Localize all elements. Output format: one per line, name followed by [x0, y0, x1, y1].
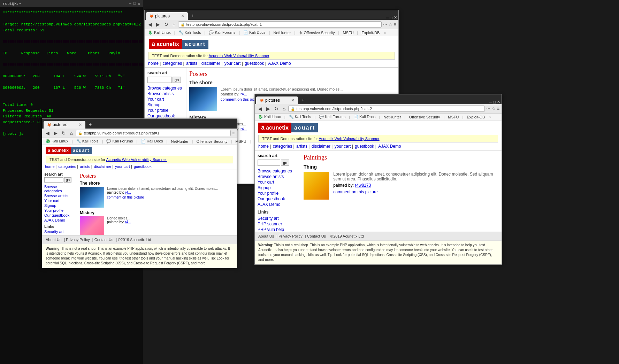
- forward-btn-1[interactable]: ▶: [155, 21, 161, 28]
- painter-link-2[interactable]: r4...: [125, 191, 131, 194]
- address-bar-2[interactable]: 🔒 testphp.vulnweb.com/listproducts.php?c…: [76, 130, 231, 136]
- bm-kali-linux-3[interactable]: 🐉 Kali Linux: [257, 114, 282, 119]
- back-btn-1[interactable]: ◀: [147, 21, 153, 28]
- home-btn-3[interactable]: ⌂: [281, 105, 287, 112]
- nav-categories-1[interactable]: categories: [163, 61, 185, 66]
- vuln-link-3[interactable]: Acunetix Web Vulnerability Scanner: [319, 137, 379, 141]
- star-btn-1[interactable]: ☆: [389, 22, 392, 27]
- nav2-disclaimer[interactable]: disclaimer: [94, 164, 115, 169]
- bookmark-kali-docs-1[interactable]: 📄 Kali Docs: [242, 30, 267, 35]
- nav-artists-1[interactable]: artists: [186, 61, 201, 66]
- bookmark-nethunter-1[interactable]: NetHunter: [272, 30, 292, 35]
- bm-offsec-2[interactable]: Offensive Security: [195, 139, 229, 144]
- nav2-guestbook[interactable]: guestbook: [134, 164, 152, 169]
- sidebar2-your-cart[interactable]: Your cart: [44, 199, 75, 203]
- bookmark-msfu-1[interactable]: MSFU: [341, 30, 355, 35]
- bm-kali-linux-2[interactable]: 🐉 Kali Linux: [44, 139, 70, 144]
- search-go-3[interactable]: go: [281, 160, 289, 166]
- bookmark-exploitdb-1[interactable]: Exploit-DB: [360, 30, 381, 35]
- terminal-minimize-btn[interactable]: ─: [129, 1, 131, 6]
- more-bookmarks-3[interactable]: »: [489, 115, 491, 119]
- sidebar3-guestbook[interactable]: Our guestbook: [258, 196, 297, 201]
- sidebar-browse-artists-1[interactable]: Browse artists: [147, 91, 183, 96]
- bookmark-kali-linux-1[interactable]: 🐉 Kali Linux: [147, 30, 172, 35]
- bm-exploitdb-3[interactable]: Exploit-DB: [465, 115, 486, 119]
- bookmark-offsec-1[interactable]: 🗡 Offensive Security: [297, 30, 336, 35]
- bm-msfu-3[interactable]: MSFU: [446, 115, 460, 119]
- bookmarks-btn-3[interactable]: ⋯: [486, 106, 490, 111]
- terminal-maximize-btn[interactable]: □: [133, 1, 136, 6]
- footer-about-3[interactable]: About Us: [258, 234, 274, 238]
- sidebar3-php-scanner[interactable]: PHP scanner: [258, 222, 297, 226]
- search-input-1[interactable]: [147, 77, 172, 83]
- nav-disclaimer-1[interactable]: disclaimer: [201, 61, 224, 66]
- painter-link-thing-3[interactable]: r4w8173: [355, 183, 371, 188]
- nav2-home[interactable]: home: [45, 164, 58, 169]
- menu-btn-2[interactable]: ≡: [232, 131, 235, 135]
- forward-btn-2[interactable]: ▶: [52, 130, 59, 137]
- painter-link-mistery-2[interactable]: r4...: [125, 220, 131, 224]
- sidebar-browse-categories-1[interactable]: Browse categories: [147, 86, 183, 91]
- win-close-3[interactable]: ✕: [497, 100, 500, 104]
- search-input-2[interactable]: [44, 177, 63, 183]
- bm-kali-docs-3[interactable]: 📄 Kali Docs: [352, 114, 377, 119]
- nav-guestbook-1[interactable]: guestbook: [245, 61, 267, 66]
- sidebar2-ajax-demo[interactable]: AJAX Demo: [44, 218, 75, 222]
- bm-kali-tools-3[interactable]: 🔧 Kali Tools: [288, 114, 313, 119]
- home-btn-1[interactable]: ⌂: [171, 21, 177, 28]
- sidebar3-your-cart[interactable]: Your cart: [258, 180, 297, 185]
- sidebar2-security-art[interactable]: Security art: [44, 230, 75, 234]
- sidebar3-signup[interactable]: Signup: [258, 185, 297, 190]
- painter-link-shore-1[interactable]: r4...: [240, 92, 247, 96]
- nav3-artists[interactable]: artists: [296, 144, 311, 149]
- sidebar-your-profile-1[interactable]: Your profile: [147, 108, 183, 113]
- sidebar-signup-1[interactable]: Signup: [147, 102, 183, 107]
- sidebar3-security-art[interactable]: Security art: [258, 216, 297, 221]
- sidebar3-php-vuln[interactable]: PHP vuln help: [258, 227, 297, 232]
- back-btn-3[interactable]: ◀: [257, 105, 263, 112]
- more-bookmarks-1[interactable]: »: [384, 31, 386, 35]
- win-close-1[interactable]: ✕: [394, 15, 397, 20]
- address-bar-1[interactable]: 🔒 testphp.vulnweb.com/listproducts.php?c…: [178, 21, 382, 28]
- win-max-1[interactable]: □: [390, 16, 392, 20]
- sidebar3-browse-categories[interactable]: Browse categories: [258, 169, 297, 173]
- sidebar3-profile[interactable]: Your profile: [258, 191, 297, 196]
- nav3-disclaimer[interactable]: disclaimer: [312, 144, 334, 149]
- footer-contact-2[interactable]: Contact Us: [94, 238, 113, 242]
- address-bar-3[interactable]: 🔒 testphp.vulnweb.com/listproducts.php?c…: [288, 106, 485, 112]
- footer-privacy-2[interactable]: Privacy Policy: [66, 238, 90, 242]
- reload-btn-1[interactable]: ↻: [163, 21, 170, 28]
- nav3-categories[interactable]: categories: [273, 144, 296, 149]
- nav2-artists[interactable]: artists: [80, 164, 93, 169]
- reload-btn-2[interactable]: ↻: [60, 130, 67, 137]
- bm-msfu-2[interactable]: MSFU: [234, 139, 247, 144]
- nav3-ajax-demo[interactable]: AJAX Demo: [378, 144, 401, 149]
- sidebar2-guestbook[interactable]: Our guestbook: [44, 213, 75, 217]
- browser-tab-2[interactable]: 🦊 pictures ✕: [44, 121, 85, 129]
- home-btn-2[interactable]: ⌂: [69, 130, 74, 137]
- win-max-3[interactable]: □: [493, 100, 496, 104]
- forward-btn-3[interactable]: ▶: [265, 105, 272, 112]
- bookmarks-btn-1[interactable]: ⋯: [383, 22, 387, 27]
- nav-home-1[interactable]: home: [148, 61, 162, 66]
- new-tab-btn-1[interactable]: +: [189, 11, 197, 20]
- search-go-2[interactable]: go: [64, 177, 71, 183]
- comment-link-2[interactable]: comment on this picture: [107, 195, 144, 199]
- bm-nethunter-3[interactable]: NetHunter: [382, 115, 402, 119]
- bm-kali-forums-2[interactable]: 💬 Kali Forums: [105, 139, 134, 144]
- terminal-close-btn[interactable]: ✕: [138, 1, 140, 6]
- star-btn-3[interactable]: ☆: [492, 106, 496, 111]
- browser-tab-3[interactable]: 🦊 pictures ✕: [256, 96, 298, 104]
- bm-kali-tools-2[interactable]: 🔧 Kali Tools: [75, 139, 100, 144]
- bm-kali-docs-2[interactable]: 📄 Kali Docs: [139, 139, 165, 144]
- nav3-guestbook[interactable]: guestbook: [355, 144, 377, 149]
- sidebar2-browse-artists[interactable]: Browse artists: [44, 194, 75, 198]
- comment-link-3[interactable]: comment on this picture: [333, 189, 377, 194]
- menu-btn-3[interactable]: ≡: [497, 106, 499, 111]
- footer-about-2[interactable]: About Us: [46, 238, 61, 242]
- sidebar-your-cart-1[interactable]: Your cart: [147, 97, 183, 102]
- nav-your-cart-1[interactable]: your cart: [224, 61, 244, 66]
- bookmark-kali-forums-1[interactable]: 💬 Kali Forums: [207, 30, 237, 35]
- sidebar3-ajax-demo[interactable]: AJAX Demo: [258, 202, 297, 207]
- nav2-categories[interactable]: categories: [59, 164, 79, 169]
